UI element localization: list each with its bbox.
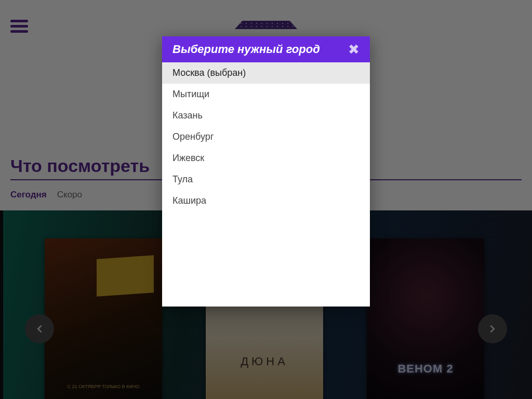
modal-title: Выберите нужный город xyxy=(172,43,320,56)
city-option[interactable]: Тула xyxy=(162,169,370,190)
city-option[interactable]: Оренбург xyxy=(162,126,370,148)
modal-header: Выберите нужный город ✖ xyxy=(162,36,370,62)
city-option[interactable]: Кашира xyxy=(162,190,370,211)
city-option[interactable]: Казань xyxy=(162,105,370,126)
city-option[interactable]: Мытищи xyxy=(162,84,370,105)
city-option[interactable]: Москва (выбран) xyxy=(162,62,370,84)
city-select-modal: Выберите нужный город ✖ Москва (выбран) … xyxy=(162,36,370,307)
city-list: Москва (выбран) Мытищи Казань Оренбург И… xyxy=(162,62,370,307)
close-icon[interactable]: ✖ xyxy=(348,43,360,56)
city-option[interactable]: Ижевск xyxy=(162,148,370,169)
